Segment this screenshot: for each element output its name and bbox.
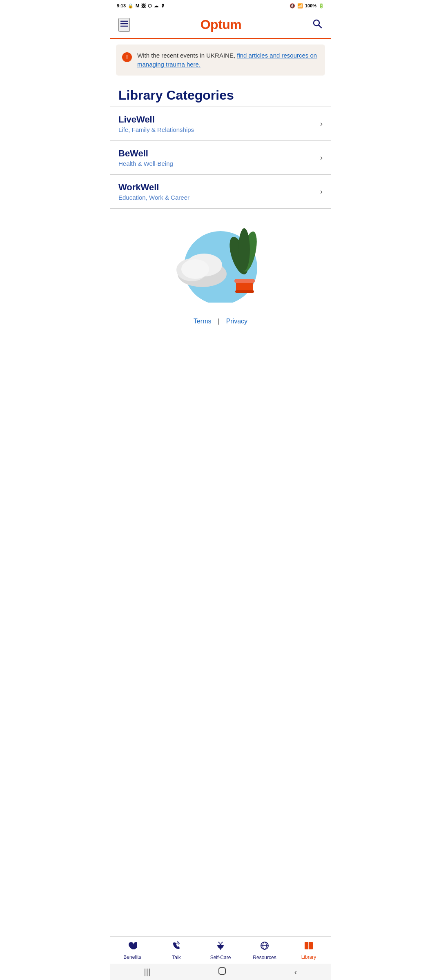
svg-text:!: !	[126, 54, 128, 60]
illustration	[110, 209, 331, 311]
livewell-sub: Life, Family & Relationships	[118, 126, 194, 133]
wifi-icon: 📶	[297, 3, 303, 9]
search-button[interactable]	[312, 18, 323, 31]
ukraine-banner: ! With the recent events in UKRAINE, fin…	[116, 45, 325, 76]
chevron-right-icon: ›	[320, 187, 323, 196]
menu-button[interactable]	[118, 18, 130, 32]
chevron-right-icon: ›	[320, 120, 323, 128]
status-left: 9:13 🔒 M 🖼 ⬡ ☁ 🎙	[117, 3, 165, 9]
svg-rect-20	[235, 290, 254, 293]
status-time: 9:13	[117, 3, 126, 8]
category-bewell-text: BeWell Health & Well-Being	[118, 148, 173, 167]
status-bar: 9:13 🔒 M 🖼 ⬡ ☁ 🎙 🔇 📶 100% 🔋	[110, 0, 331, 11]
category-bewell[interactable]: BeWell Health & Well-Being ›	[110, 141, 331, 175]
bewell-sub: Health & Well-Being	[118, 160, 173, 167]
bewell-name: BeWell	[118, 148, 173, 159]
battery-icon: 🔋	[318, 3, 324, 9]
svg-rect-19	[234, 279, 255, 283]
battery-text: 100%	[305, 3, 316, 8]
library-section: Library Categories LiveWell Life, Family…	[110, 81, 331, 209]
dropbox-icon: ⬡	[148, 3, 152, 9]
app-logo: Optum	[200, 17, 242, 32]
alert-icon: !	[122, 52, 132, 64]
banner-text: With the recent events in UKRAINE, find …	[137, 51, 318, 69]
svg-point-14	[181, 259, 209, 279]
footer-links: Terms | Privacy	[110, 311, 331, 330]
svg-point-17	[238, 228, 250, 271]
lock-icon: 🔒	[128, 3, 134, 9]
category-livewell-text: LiveWell Life, Family & Relationships	[118, 114, 194, 133]
workwell-sub: Education, Work & Career	[118, 194, 189, 201]
category-workwell[interactable]: WorkWell Education, Work & Career ›	[110, 175, 331, 209]
privacy-link[interactable]: Privacy	[226, 318, 247, 325]
library-title: Library Categories	[110, 81, 331, 107]
banner-prefix: With the recent events in UKRAINE,	[137, 52, 237, 59]
category-livewell[interactable]: LiveWell Life, Family & Relationships ›	[110, 107, 331, 141]
terms-link[interactable]: Terms	[194, 318, 212, 325]
mute-icon: 🔇	[290, 3, 295, 9]
status-right: 🔇 📶 100% 🔋	[290, 3, 324, 9]
workwell-name: WorkWell	[118, 182, 189, 193]
svg-line-4	[318, 25, 321, 28]
mail-icon: M	[136, 3, 139, 8]
footer-divider: |	[218, 318, 219, 325]
app-header: Optum	[110, 11, 331, 39]
category-workwell-text: WorkWell Education, Work & Career	[118, 182, 189, 201]
chevron-right-icon: ›	[320, 154, 323, 162]
photo-icon: 🖼	[141, 3, 146, 8]
mic-icon: 🎙	[160, 3, 165, 8]
cloud-icon: ☁	[154, 3, 158, 9]
livewell-name: LiveWell	[118, 114, 194, 125]
